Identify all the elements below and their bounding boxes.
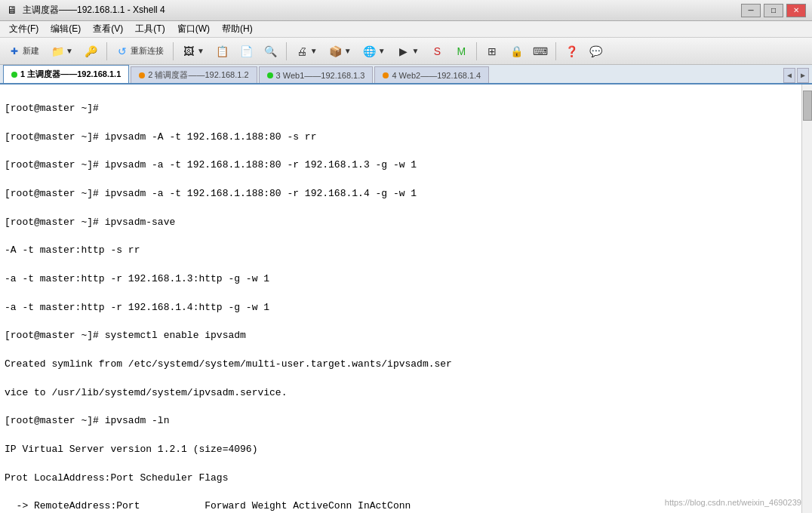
folder-icon: 📁 [51, 45, 63, 57]
lock-icon: 🔒 [510, 45, 522, 57]
toolbar-sep-1 [106, 42, 107, 60]
line-6: -A -t master:http -s rr [5, 244, 807, 258]
toolbar-sep-2 [173, 42, 174, 60]
help-icon: ❓ [565, 45, 577, 57]
print-btn[interactable]: 🖨 ▼ [291, 41, 323, 62]
transfer-icon: 📦 [330, 45, 342, 57]
tab-2[interactable]: 2 辅调度器——192.168.1.2 [131, 66, 257, 83]
window-title: 主调度器——192.168.1.1 - Xshell 4 [23, 4, 741, 17]
toolbar-sep-3 [286, 42, 287, 60]
line-10: Created symlink from /etc/systemd/system… [5, 358, 807, 372]
toolbar-sep-5 [555, 42, 556, 60]
tab-dot-4 [383, 72, 389, 78]
reconnect-icon: ↺ [116, 45, 128, 57]
tab-next-button[interactable]: ▶ [797, 68, 809, 83]
menu-edit[interactable]: 编辑(E) [45, 21, 87, 37]
watermark: https://blog.csdn.net/weixin_46902398 [665, 498, 806, 507]
chat-icon: 💬 [589, 45, 601, 57]
tab-dot-3 [267, 72, 273, 78]
tab-1[interactable]: 1 主调度器——192.168.1.1 [3, 65, 129, 83]
grid-btn[interactable]: ⊞ [481, 41, 503, 62]
terminal[interactable]: [root@master ~]# [root@master ~]# ipvsad… [0, 84, 812, 513]
tab-dot-2 [139, 72, 145, 78]
line-1: [root@master ~]# [5, 102, 807, 116]
line-2: [root@master ~]# ipvsadm -A -t 192.168.1… [5, 131, 807, 145]
scrollbar-thumb[interactable] [803, 91, 812, 121]
line-12: [root@master ~]# ipvsadm -ln [5, 414, 807, 429]
scrollbar[interactable] [801, 84, 812, 513]
script-icon: S [431, 45, 443, 57]
tab-3[interactable]: 3 Web1——192.168.1.3 [259, 66, 374, 83]
menu-bar: 文件(F) 编辑(E) 查看(V) 工具(T) 窗口(W) 帮助(H) [0, 21, 812, 38]
key-icon: 🔑 [85, 45, 97, 57]
copy-btn[interactable]: 📋 [211, 41, 234, 62]
find-icon: 🔍 [265, 45, 277, 57]
globe-icon: 🌐 [364, 45, 376, 57]
menu-file[interactable]: 文件(F) [3, 21, 45, 37]
tab-prev-button[interactable]: ◀ [783, 68, 795, 83]
line-14: Prot LocalAddress:Port Scheduler Flags [5, 472, 807, 486]
app-icon: 🖥 [6, 5, 18, 17]
run-icon: ▶ [398, 45, 410, 57]
tabs-bar: 1 主调度器——192.168.1.1 2 辅调度器——192.168.1.2 … [0, 65, 812, 84]
line-4: [root@master ~]# ipvsadm -a -t 192.168.1… [5, 187, 807, 201]
globe-btn[interactable]: 🌐 ▼ [358, 41, 391, 62]
title-bar: 🖥 主调度器——192.168.1.1 - Xshell 4 ─ □ ✕ [0, 0, 812, 21]
line-7: -a -t master:http -r 192.168.1.3:http -g… [5, 272, 807, 287]
line-3: [root@master ~]# ipvsadm -a -t 192.168.1… [5, 158, 807, 173]
run-btn[interactable]: ▶ ▼ [392, 41, 425, 62]
window-btn[interactable]: 🖼 ▼ [177, 41, 210, 62]
line-5: [root@master ~]# ipvsadm-save [5, 216, 807, 230]
menu-help[interactable]: 帮助(H) [216, 21, 259, 37]
toolbar: ✚ 新建 📁 ▼ 🔑 ↺ 重新连接 🖼 ▼ 📋 📄 🔍 🖨 ▼ 📦 ▼ 🌐 ▼ … [0, 38, 812, 65]
find-btn[interactable]: 🔍 [260, 41, 282, 62]
reconnect-button[interactable]: ↺ 重新连接 [111, 41, 169, 62]
keyboard-icon: ⌨ [534, 45, 546, 57]
transfer-btn[interactable]: 📦 ▼ [324, 41, 357, 62]
line-11: vice to /usr/lib/systemd/system/ipvsadm.… [5, 386, 807, 401]
open-button[interactable]: 📁 ▼ [46, 41, 78, 62]
line-9: [root@master ~]# systemctl enable ipvsad… [5, 329, 807, 343]
tab-4[interactable]: 4 Web2——192.168.1.4 [374, 66, 489, 83]
grid-icon: ⊞ [486, 45, 498, 57]
window-controls: ─ □ ✕ [741, 4, 806, 17]
tab-navigation: ◀ ▶ [783, 68, 809, 83]
paste-btn[interactable]: 📄 [235, 41, 258, 62]
macro-icon: M [455, 45, 467, 57]
paste-icon: 📄 [241, 45, 253, 57]
lock-btn[interactable]: 🔒 [505, 41, 527, 62]
terminal-content: [root@master ~]# [root@master ~]# ipvsad… [5, 88, 807, 513]
minimize-button[interactable]: ─ [741, 4, 761, 17]
line-13: IP Virtual Server version 1.2.1 (size=40… [5, 443, 807, 457]
script-btn[interactable]: S [426, 41, 448, 62]
macro-btn[interactable]: M [450, 41, 472, 62]
menu-view[interactable]: 查看(V) [87, 21, 129, 37]
key-button[interactable]: 🔑 [80, 41, 103, 62]
copy-icon: 📋 [217, 45, 229, 57]
new-button[interactable]: ✚ 新建 [3, 41, 45, 62]
window-icon: 🖼 [183, 45, 195, 57]
help-btn[interactable]: ❓ [560, 41, 583, 62]
tab-dot-1 [11, 72, 17, 78]
new-icon: ✚ [8, 45, 20, 57]
menu-window[interactable]: 窗口(W) [171, 21, 216, 37]
line-8: -a -t master:http -r 192.168.1.4:http -g… [5, 301, 807, 315]
print-icon: 🖨 [296, 45, 308, 57]
keyboard-btn[interactable]: ⌨ [529, 41, 552, 62]
close-button[interactable]: ✕ [786, 4, 806, 17]
maximize-button[interactable]: □ [764, 4, 783, 17]
toolbar-sep-4 [476, 42, 477, 60]
menu-tools[interactable]: 工具(T) [129, 21, 171, 37]
chat-btn[interactable]: 💬 [584, 41, 607, 62]
